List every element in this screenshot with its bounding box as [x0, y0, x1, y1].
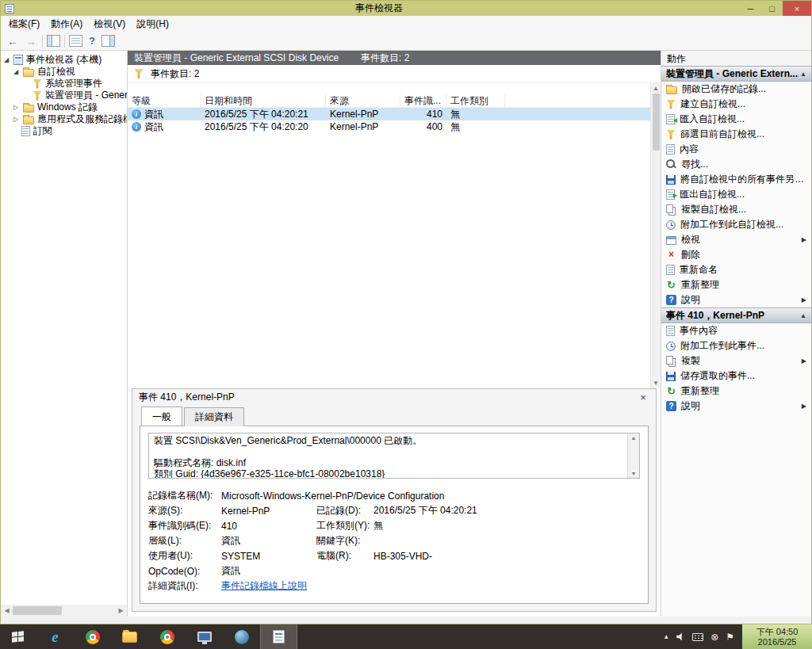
user-value: SYSTEM — [221, 551, 316, 562]
tree-item-windows-logs[interactable]: ▷ Windows 記錄 — [1, 101, 127, 113]
event-row[interactable]: i 資訊 2016/5/25 下午 04:20:20 Kernel-PnP 40… — [128, 120, 650, 133]
general-tab-content: 裝置 SCSI\Disk&Ven_Generic&Prod_External\0… — [140, 426, 649, 604]
action-view[interactable]: 檢視 ▶ — [661, 232, 811, 247]
action-event-properties[interactable]: 事件內容 — [661, 323, 811, 338]
scroll-down-icon[interactable]: ▼ — [653, 380, 659, 387]
expander-icon[interactable]: ▷ — [12, 104, 20, 111]
titlebar[interactable]: 事件檢視器 ─ □ × — [1, 1, 811, 16]
action-copy[interactable]: 複製 ▶ — [661, 353, 811, 368]
action-filter-current-view[interactable]: 篩選目前自訂檢視... — [661, 127, 811, 142]
start-button[interactable] — [0, 624, 36, 649]
column-header-level[interactable]: 等級 — [128, 94, 201, 107]
column-header-datetime[interactable]: 日期和時間 — [201, 94, 326, 107]
action-refresh-event[interactable]: ↻ 重新整理 — [661, 384, 811, 399]
expander-icon[interactable]: ▷ — [12, 116, 20, 123]
import-custom-view-icon — [666, 114, 675, 124]
tree-item-device-manager-view[interactable]: 裝置管理員 - Generic Ex — [1, 90, 127, 101]
browser-icon — [160, 630, 174, 644]
forward-button[interactable]: → — [24, 35, 38, 48]
refresh-icon: ↻ — [666, 280, 676, 290]
tree-horizontal-scrollbar[interactable]: ◀ ▶ — [1, 605, 127, 617]
taskbar-browser-button[interactable] — [148, 624, 186, 649]
action-attach-task-to-view[interactable]: 附加工作到此自訂檢視... — [661, 217, 811, 232]
taskbar-remote-desktop-button[interactable] — [186, 624, 223, 649]
scroll-up-icon[interactable]: ▲ — [653, 85, 659, 92]
keyboard-icon[interactable] — [692, 633, 703, 641]
action-create-custom-view[interactable]: 建立自訂檢視... — [661, 97, 811, 112]
column-header-source[interactable]: 來源 — [326, 94, 400, 107]
scroll-down-icon[interactable]: ▼ — [631, 471, 637, 476]
event-row[interactable]: i 資訊 2016/5/25 下午 04:20:21 Kernel-PnP 41… — [128, 108, 650, 120]
collapse-icon[interactable]: ▲ — [800, 312, 806, 319]
event-properties-icon — [666, 326, 675, 336]
taskbar-chrome-button[interactable] — [74, 624, 111, 649]
action-help[interactable]: ? 說明 ▶ — [661, 292, 811, 307]
action-center-flag-icon[interactable]: ⚑ — [726, 632, 734, 642]
scrollbar-thumb[interactable] — [13, 606, 62, 615]
taskbar-ie-button[interactable]: e — [36, 624, 74, 649]
tab-general[interactable]: 一般 — [141, 407, 182, 426]
event-log-online-help-link[interactable]: 事件記錄檔線上說明 — [221, 579, 307, 593]
taskbar-clock[interactable]: 下午 04:50 2016/5/25 — [742, 624, 812, 649]
menu-help[interactable]: 說明(H) — [131, 16, 174, 32]
notification-close-icon[interactable]: ⊗ — [710, 632, 718, 642]
menu-file[interactable]: 檔案(F) — [3, 16, 45, 32]
detail-close-icon[interactable]: × — [637, 391, 649, 403]
tree-item-event-viewer-root[interactable]: ◢ 事件檢視器 (本機) — [1, 54, 127, 66]
tray-chevron-icon[interactable]: ▲ — [663, 633, 669, 640]
find-icon — [666, 159, 676, 170]
action-delete[interactable]: × 刪除 — [661, 247, 811, 262]
scrollbar-thumb[interactable] — [653, 94, 660, 151]
actions-section-device-manager-header[interactable]: 裝置管理員 - Generic Extern... ▲ — [661, 66, 811, 82]
column-header-event-id[interactable]: 事件識... — [400, 94, 446, 107]
tree-item-admin-events[interactable]: 系統管理事件 — [1, 78, 127, 90]
menu-action[interactable]: 動作(A) — [45, 16, 88, 32]
action-rename[interactable]: 重新命名 — [661, 262, 811, 277]
close-button[interactable]: × — [783, 1, 811, 16]
maximize-button[interactable]: □ — [761, 1, 783, 16]
taskbar-event-viewer-button[interactable] — [260, 624, 297, 649]
action-copy-custom-view[interactable]: 複製自訂檢視... — [661, 202, 811, 217]
action-refresh[interactable]: ↻ 重新整理 — [661, 277, 811, 292]
actions-section-event-header[interactable]: 事件 410，Kernel-PnP ▲ — [661, 307, 811, 323]
back-button[interactable]: ← — [6, 35, 20, 48]
action-properties[interactable]: 內容 — [661, 142, 811, 157]
view-icon — [666, 236, 676, 245]
action-find[interactable]: 尋找... — [661, 157, 811, 172]
scroll-left-icon[interactable]: ◀ — [1, 607, 13, 614]
taskbar-file-explorer-button[interactable] — [111, 624, 148, 649]
export-list-button[interactable] — [69, 35, 82, 47]
action-attach-task-to-event[interactable]: 附加工作到此事件... — [661, 338, 811, 353]
scroll-up-icon[interactable]: ▲ — [631, 435, 637, 441]
action-import-custom-view[interactable]: 匯入自訂檢視... — [661, 112, 811, 127]
event-description-box[interactable]: 裝置 SCSI\Disk&Ven_Generic&Prod_External\0… — [148, 433, 640, 479]
field-row: 詳細資訊(I): 事件記錄檔線上說明 — [148, 578, 640, 594]
help-button[interactable]: ? — [86, 35, 98, 47]
action-save-selected-events[interactable]: 儲存選取的事件... — [661, 368, 811, 384]
volume-icon[interactable] — [676, 632, 685, 641]
tree-item-app-service-logs[interactable]: ▷ 應用程式及服務記錄檔 — [1, 113, 127, 125]
scroll-right-icon[interactable]: ▶ — [115, 607, 127, 614]
expander-icon[interactable]: ◢ — [2, 56, 10, 63]
tab-details[interactable]: 詳細資料 — [184, 407, 244, 426]
column-header-task[interactable]: 工作類別 — [446, 94, 505, 107]
action-export-custom-view[interactable]: 匯出自訂檢視... — [661, 187, 811, 202]
show-console-tree-button[interactable] — [47, 35, 60, 47]
action-save-all-events[interactable]: 將自訂檢視中的所有事件另存為... — [661, 172, 811, 187]
taskbar-app-button[interactable] — [223, 624, 260, 649]
list-vertical-scrollbar[interactable]: ▲ ▼ — [650, 83, 661, 388]
description-scrollbar[interactable]: ▲ ▼ — [627, 433, 639, 478]
filter-current-view-icon — [666, 130, 676, 139]
action-open-saved-log[interactable]: 開啟已儲存的記錄... — [661, 82, 811, 97]
collapse-icon[interactable]: ▲ — [800, 71, 806, 78]
toolbar: ← → ? — [1, 32, 811, 51]
internet-explorer-icon: e — [52, 628, 58, 646]
minimize-button[interactable]: ─ — [740, 1, 761, 16]
menu-view[interactable]: 檢視(V) — [88, 16, 131, 32]
action-help-event[interactable]: ? 說明 ▶ — [661, 399, 811, 414]
show-action-pane-button[interactable] — [102, 35, 115, 47]
actions-pane: 動作 裝置管理員 - Generic Extern... ▲ 開啟已儲存的記錄.… — [661, 51, 811, 617]
expander-icon[interactable]: ◢ — [12, 68, 20, 75]
tree-item-subscriptions[interactable]: 訂閱 — [1, 125, 127, 137]
tree-item-custom-views[interactable]: ◢ 自訂檢視 — [1, 66, 127, 78]
